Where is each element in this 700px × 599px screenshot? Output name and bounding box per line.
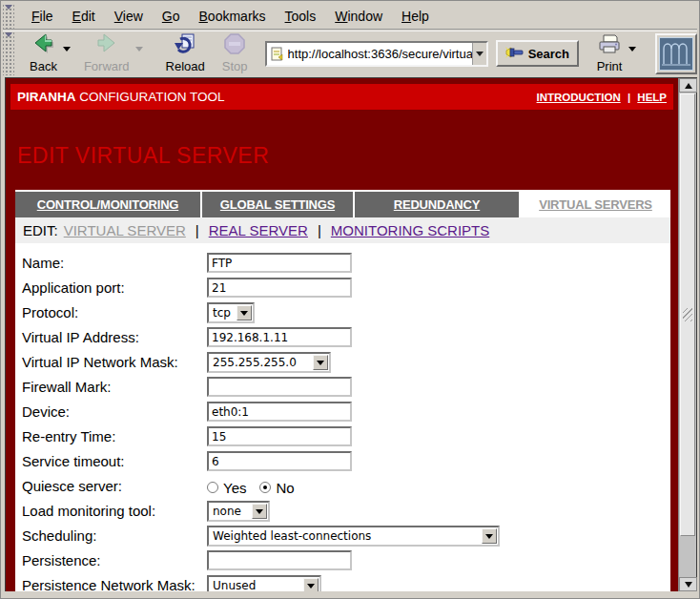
chevron-down-icon [482, 528, 497, 544]
introduction-link[interactable]: INTRODUCTION [537, 92, 621, 103]
name-input[interactable] [207, 253, 352, 273]
quiesce-no-radio[interactable] [259, 482, 271, 493]
navigation-toolbar: Back Forward Reload [3, 31, 697, 75]
application-port-input[interactable] [207, 278, 352, 298]
print-label: Print [597, 59, 623, 73]
quiesce-server-label: Quiesce server: [22, 475, 122, 498]
piranha-header-bar: PIRANHA CONFIGURATION TOOL INTRODUCTION … [10, 84, 673, 110]
back-button[interactable]: Back [26, 32, 61, 74]
scheduling-label: Scheduling: [22, 525, 96, 547]
forward-dropdown-arrow[interactable] [135, 47, 143, 52]
stop-label: Stop [222, 59, 248, 73]
page-title: EDIT VIRTUAL SERVER [17, 143, 269, 169]
menu-edit[interactable]: Edit [63, 6, 105, 27]
firewall-mark-label: Firewall Mark: [22, 376, 111, 399]
forward-button[interactable]: Forward [80, 32, 134, 74]
help-link[interactable]: HELP [637, 92, 667, 103]
form-row-virtual-ip-mask: Virtual IP Network Mask: 255.255.255.0 [15, 351, 670, 376]
form-row-scheduling: Scheduling: Weighted least-connections [15, 525, 670, 549]
subnav-separator: | [318, 222, 321, 238]
virtual-ip-input[interactable] [207, 327, 352, 347]
print-dropdown-arrow[interactable] [628, 47, 636, 52]
piranha-brand: PIRANHA CONFIGURATION TOOL [17, 90, 225, 104]
virtual-ip-mask-label: Virtual IP Network Mask: [22, 351, 178, 374]
quiesce-radio-group: Yes No [207, 476, 308, 499]
persistence-mask-select[interactable]: Unused [207, 575, 321, 591]
reload-label: Reload [166, 59, 205, 73]
stop-button[interactable]: Stop [218, 32, 252, 74]
virtual-ip-mask-select[interactable]: 255.255.255.0 [207, 352, 331, 373]
device-input[interactable] [207, 402, 352, 422]
menu-file[interactable]: File [22, 6, 63, 27]
url-bar[interactable]: http://localhost:3636/secure/virtual_edi… [265, 41, 488, 67]
menu-go[interactable]: Go [153, 6, 190, 27]
tab-control-monitoring[interactable]: CONTROL/MONITORING [15, 192, 200, 217]
load-monitoring-label: Load monitoring tool: [22, 500, 155, 523]
menu-tools[interactable]: Tools [276, 6, 326, 27]
menu-window[interactable]: Window [325, 6, 392, 27]
vertical-scrollbar[interactable] [678, 78, 696, 591]
protocol-label: Protocol: [22, 301, 78, 324]
tab-redundancy[interactable]: REDUNDANCY [355, 192, 519, 217]
form-row-application-port: Application port: [15, 277, 670, 301]
service-timeout-input[interactable] [207, 451, 352, 471]
reentry-time-input[interactable] [207, 426, 352, 446]
chevron-down-icon [313, 355, 328, 370]
reentry-time-label: Re-entry Time: [22, 425, 115, 448]
real-server-link[interactable]: REAL SERVER [209, 222, 308, 238]
scroll-up-button[interactable] [679, 78, 697, 93]
page-proxy-icon [270, 46, 284, 62]
menu-bookmarks[interactable]: Bookmarks [190, 6, 276, 27]
back-dropdown-arrow[interactable] [63, 47, 71, 52]
scheduling-select[interactable]: Weighted least-connections [207, 526, 500, 547]
scrollbar-grip-icon [683, 308, 692, 321]
flashlight-icon [505, 45, 525, 62]
quiesce-yes-label: Yes [223, 480, 246, 496]
form-row-virtual-ip: Virtual IP Address: [15, 326, 670, 351]
search-button[interactable]: Search [496, 40, 579, 67]
firewall-mark-input[interactable] [207, 377, 352, 397]
toolbar-grip-handle[interactable] [3, 4, 14, 29]
subnav-current-virtual-server: VIRTUAL SERVER [64, 222, 186, 238]
print-button[interactable]: Print [596, 34, 623, 73]
device-label: Device: [22, 401, 70, 423]
subnav-separator: | [196, 222, 199, 238]
chevron-down-icon [252, 504, 267, 519]
chevron-down-icon [237, 305, 252, 320]
reload-button[interactable]: Reload [162, 32, 209, 74]
quiesce-no-label: No [276, 480, 294, 496]
menu-help[interactable]: Help [392, 6, 439, 27]
header-links: INTRODUCTION | HELP [537, 92, 667, 103]
monitoring-scripts-link[interactable]: MONITORING SCRIPTS [331, 222, 489, 238]
form-row-load-monitoring: Load monitoring tool: none [15, 500, 670, 525]
form-row-persistence-mask: Persistence Network Mask: Unused [15, 574, 670, 591]
url-text: http://localhost:3636/secure/virtual_edi… [288, 47, 472, 61]
toolbar-grip-handle[interactable] [3, 31, 14, 75]
forward-label: Forward [84, 59, 130, 73]
tab-global-settings[interactable]: GLOBAL SETTINGS [202, 192, 353, 217]
scroll-down-button[interactable] [679, 577, 697, 591]
form-row-service-timeout: Service timeout: [15, 450, 670, 475]
printer-icon [596, 34, 623, 59]
protocol-select[interactable]: tcp [207, 302, 255, 323]
forward-icon [94, 33, 119, 58]
persistence-mask-label: Persistence Network Mask: [22, 574, 196, 591]
url-dropdown-button[interactable] [472, 43, 486, 65]
load-monitoring-select[interactable]: none [207, 501, 270, 522]
back-icon [31, 33, 55, 58]
menu-view[interactable]: View [105, 6, 153, 27]
subnav-prefix: EDIT: [23, 222, 58, 238]
application-port-label: Application port: [22, 277, 125, 300]
back-label: Back [30, 59, 57, 73]
persistence-input[interactable] [207, 550, 352, 570]
form-row-persistence: Persistence: [15, 549, 670, 574]
tab-virtual-servers[interactable]: VIRTUAL SERVERS [521, 192, 670, 217]
persistence-label: Persistence: [22, 549, 101, 572]
search-label: Search [528, 47, 569, 61]
tab-strip: CONTROL/MONITORING GLOBAL SETTINGS REDUN… [15, 190, 670, 217]
mozilla-logo-button[interactable] [655, 33, 697, 74]
quiesce-yes-radio[interactable] [207, 482, 218, 493]
link-separator: | [628, 92, 630, 103]
mozilla-logo-icon [659, 37, 693, 71]
scrollbar-thumb[interactable] [680, 93, 695, 536]
